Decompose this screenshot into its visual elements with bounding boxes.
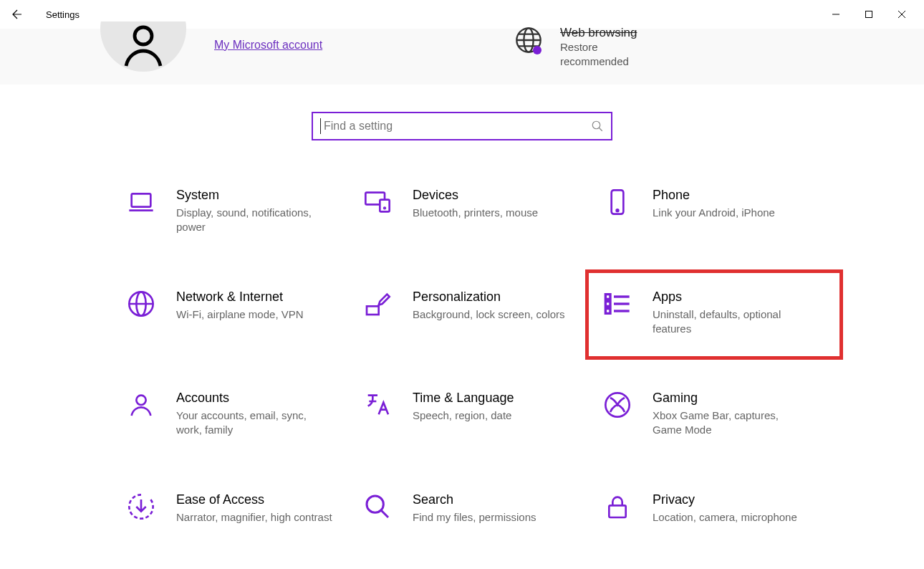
category-desc: Wi-Fi, airplane mode, VPN	[176, 307, 304, 322]
back-button[interactable]	[6, 3, 29, 26]
avatar-clip	[100, 21, 186, 79]
back-arrow-icon	[11, 8, 24, 21]
web-browsing-title: Web browsing	[560, 26, 637, 40]
status-dot-icon	[533, 46, 542, 54]
category-desc: Bluetooth, printers, mouse	[413, 206, 538, 220]
category-title: Gaming	[653, 391, 810, 406]
category-desc: Find my files, permissions	[413, 510, 536, 525]
close-icon	[897, 10, 906, 19]
account-status-band: My Microsoft account Web browsing Restor…	[0, 29, 924, 85]
close-button[interactable]	[885, 3, 918, 26]
titlebar-left: Settings	[6, 3, 80, 26]
pen-icon	[362, 290, 393, 320]
svg-point-4	[135, 27, 152, 44]
svg-rect-20	[367, 306, 379, 315]
category-system[interactable]: SystemDisplay, sound, notifications, pow…	[122, 183, 358, 239]
category-title: Accounts	[176, 391, 334, 406]
svg-point-8	[592, 121, 600, 129]
search-icon	[591, 120, 604, 133]
search-container	[0, 112, 924, 140]
svg-line-9	[599, 128, 602, 131]
svg-point-27	[136, 396, 145, 405]
window-title: Settings	[46, 9, 80, 20]
category-title: Devices	[413, 188, 538, 203]
search-icon	[362, 492, 393, 522]
window-controls	[819, 3, 918, 26]
person-icon	[117, 21, 169, 70]
person-icon	[126, 391, 156, 421]
globe-icon	[514, 26, 543, 54]
category-ease-of-access[interactable]: Ease of AccessNarrator, magnifier, high …	[122, 488, 358, 529]
xbox-icon	[602, 391, 632, 421]
svg-point-29	[367, 496, 383, 512]
web-browsing-line2: recommended	[560, 54, 637, 69]
svg-rect-24	[605, 294, 610, 299]
svg-point-16	[617, 209, 619, 211]
laptop-icon	[126, 188, 156, 218]
svg-rect-25	[605, 301, 610, 306]
category-desc: Location, camera, microphone	[653, 510, 797, 525]
devices-icon	[362, 188, 393, 218]
svg-rect-10	[132, 193, 151, 206]
phone-icon	[602, 188, 632, 218]
minimize-button[interactable]	[819, 3, 852, 26]
category-search[interactable]: SearchFind my files, permissions	[358, 488, 598, 529]
search-box[interactable]	[312, 112, 612, 140]
category-desc: Speech, region, date	[413, 408, 514, 423]
category-title: Time & Language	[413, 391, 514, 406]
category-title: Privacy	[653, 492, 797, 507]
language-icon	[362, 391, 393, 421]
web-browsing-status[interactable]: Web browsing Restore recommended	[514, 26, 637, 68]
category-privacy[interactable]: PrivacyLocation, camera, microphone	[598, 488, 863, 529]
category-desc: Your accounts, email, sync, work, family	[176, 408, 334, 438]
category-apps[interactable]: AppsUninstall, defaults, optional featur…	[598, 285, 863, 341]
svg-rect-13	[380, 200, 389, 212]
svg-rect-26	[605, 308, 610, 313]
maximize-button[interactable]	[852, 3, 885, 26]
category-desc: Xbox Game Bar, captures, Game Mode	[653, 408, 810, 438]
categories-grid: SystemDisplay, sound, notifications, pow…	[0, 140, 924, 529]
category-title: Network & Internet	[176, 290, 304, 305]
ease-of-access-icon	[126, 492, 156, 522]
svg-line-30	[381, 510, 388, 517]
search-input[interactable]	[324, 120, 591, 133]
category-desc: Link your Android, iPhone	[653, 206, 775, 220]
svg-rect-1	[866, 11, 872, 18]
svg-point-14	[384, 208, 385, 209]
category-desc: Display, sound, notifications, power	[176, 206, 334, 235]
category-phone[interactable]: PhoneLink your Android, iPhone	[598, 183, 863, 239]
category-time-language[interactable]: Time & LanguageSpeech, region, date	[358, 386, 598, 442]
apps-list-icon	[602, 290, 632, 320]
category-desc: Uninstall, defaults, optional features	[653, 307, 810, 337]
category-gaming[interactable]: GamingXbox Game Bar, captures, Game Mode	[598, 386, 863, 442]
avatar	[100, 21, 186, 72]
maximize-icon	[865, 10, 873, 19]
category-desc: Background, lock screen, colors	[413, 307, 565, 322]
microsoft-account-link[interactable]: My Microsoft account	[214, 39, 322, 52]
globe-icon	[126, 290, 156, 320]
category-desc: Narrator, magnifier, high contrast	[176, 510, 332, 525]
lock-icon	[602, 492, 632, 522]
web-browsing-line1: Restore	[560, 40, 637, 54]
svg-rect-31	[609, 505, 625, 517]
category-devices[interactable]: DevicesBluetooth, printers, mouse	[358, 183, 598, 239]
category-personalization[interactable]: PersonalizationBackground, lock screen, …	[358, 285, 598, 341]
category-title: Personalization	[413, 290, 565, 305]
category-title: Ease of Access	[176, 492, 332, 507]
category-title: Phone	[653, 188, 775, 203]
text-caret	[320, 118, 321, 134]
category-title: Search	[413, 492, 536, 507]
minimize-icon	[832, 10, 840, 19]
category-title: System	[176, 188, 334, 203]
category-accounts[interactable]: AccountsYour accounts, email, sync, work…	[122, 386, 358, 442]
web-browsing-text: Web browsing Restore recommended	[560, 26, 637, 68]
category-network[interactable]: Network & InternetWi-Fi, airplane mode, …	[122, 285, 358, 341]
category-title: Apps	[653, 290, 810, 305]
